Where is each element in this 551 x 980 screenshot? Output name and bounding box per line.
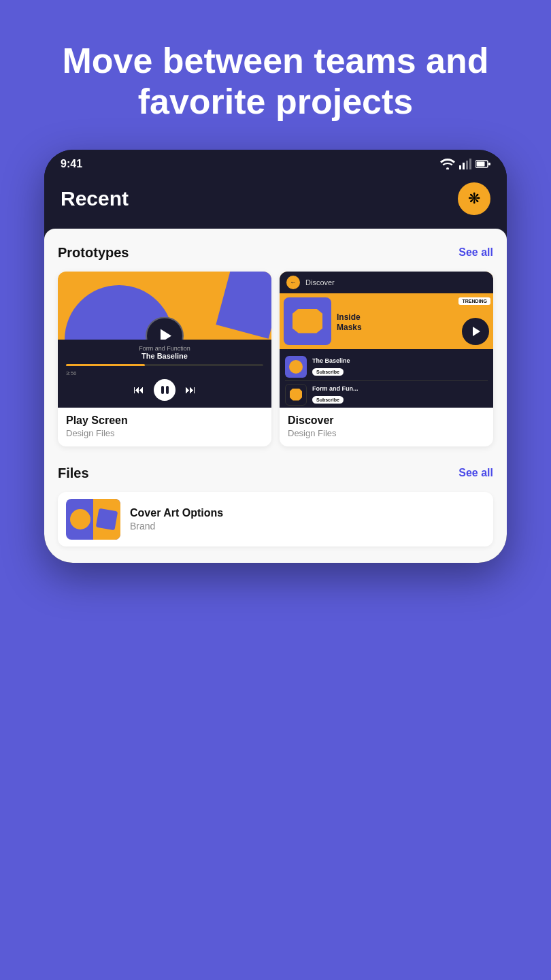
- files-section: Files See all Cover Art Options Brand: [58, 466, 493, 546]
- track-time: 3:56: [66, 370, 263, 376]
- progress-fill: [66, 364, 145, 366]
- discover-header: ← Discover: [280, 272, 493, 293]
- play-screen-bg: Form and Function The Baseline 3:56 ⏮: [58, 272, 271, 408]
- files-title: Files: [58, 466, 89, 481]
- play-shape-1: [216, 272, 271, 339]
- discover-art-shape: [293, 309, 322, 333]
- file-thumb-1: [66, 499, 120, 540]
- file-thumb-shape: [96, 508, 118, 529]
- avatar-emoji: ❋: [468, 190, 480, 208]
- discover-thumb-2-inner: [290, 389, 302, 401]
- discover-item-2-name: Form and Fun...: [312, 385, 488, 392]
- content-area: Prototypes See all: [44, 229, 507, 563]
- pause-bar-left: [161, 386, 164, 394]
- discover-title-area: TRENDING InsideMasks: [337, 310, 362, 332]
- status-time: 9:41: [61, 158, 82, 170]
- pause-button: [154, 379, 176, 401]
- file-type-1: Brand: [130, 521, 485, 532]
- discover-card-title: Discover: [288, 414, 485, 427]
- discover-art: [284, 297, 331, 345]
- files-section-header: Files See all: [58, 466, 493, 481]
- status-bar: 9:41: [44, 150, 507, 176]
- play-screen-card[interactable]: Form and Function The Baseline 3:56 ⏮: [58, 272, 271, 446]
- discover-bg: ← Discover TRENDING InsideMasks: [280, 272, 493, 408]
- trending-badge: TRENDING: [458, 297, 490, 305]
- svg-point-0: [446, 167, 449, 169]
- discover-card-sub: Design Files: [288, 428, 485, 438]
- discover-list-item-2: Form and Fun... Subscribe: [285, 381, 488, 408]
- app-header-title: Recent: [61, 187, 129, 210]
- discover-thumbnail: ← Discover TRENDING InsideMasks: [280, 272, 493, 408]
- discover-play-button: [462, 318, 489, 345]
- svg-rect-3: [466, 161, 468, 169]
- svg-rect-7: [488, 163, 490, 165]
- battery-icon: [475, 160, 490, 168]
- playback-controls: ⏮ ⏭: [66, 379, 263, 401]
- phone-mockup: 9:41 Recent: [44, 150, 507, 563]
- discover-footer: Discover Design Files: [280, 408, 493, 446]
- play-screen-title: Play Screen: [66, 414, 263, 427]
- svg-rect-1: [459, 165, 461, 169]
- discover-list-item-1: The Baseline Subscribe: [285, 353, 488, 381]
- discover-item-1-name: The Baseline: [312, 357, 488, 364]
- status-icons: [440, 159, 490, 169]
- discover-thumb-1: [285, 356, 307, 378]
- files-see-all[interactable]: See all: [458, 467, 493, 479]
- file-name-1: Cover Art Options: [130, 507, 485, 519]
- play-screen-thumbnail: Form and Function The Baseline 3:56 ⏮: [58, 272, 271, 408]
- signal-icon: [459, 159, 471, 169]
- track-title: The Baseline: [66, 352, 263, 360]
- track-subtitle: Form and Function: [66, 345, 263, 352]
- discover-thumb-2: [285, 384, 307, 406]
- prototypes-section: Prototypes See all: [58, 245, 493, 446]
- discover-item-1-info: The Baseline Subscribe: [312, 357, 488, 376]
- file-thumb-right-half: [93, 499, 120, 540]
- play-screen-footer: Play Screen Design Files: [58, 408, 271, 446]
- discover-header-title: Discover: [305, 278, 335, 287]
- prototypes-title: Prototypes: [58, 245, 129, 261]
- discover-back-icon: ←: [286, 276, 300, 289]
- subscribe-button-2[interactable]: Subscribe: [312, 396, 344, 404]
- file-item-1[interactable]: Cover Art Options Brand: [58, 492, 493, 546]
- discover-list: The Baseline Subscribe Form a: [280, 349, 493, 408]
- svg-rect-4: [469, 159, 471, 169]
- file-thumb-left-shape: [70, 509, 90, 529]
- discover-card[interactable]: ← Discover TRENDING InsideMasks: [280, 272, 493, 446]
- hero-section: Move between teams and favorite projects: [0, 0, 551, 150]
- play-screen-subtitle: Design Files: [66, 428, 263, 438]
- prototypes-see-all[interactable]: See all: [458, 246, 493, 259]
- prototypes-section-header: Prototypes See all: [58, 245, 493, 261]
- discover-item-2-info: Form and Fun... Subscribe: [312, 385, 488, 404]
- app-header: Recent ❋: [44, 176, 507, 229]
- pause-bar-right: [166, 386, 169, 394]
- rewind-icon: ⏮: [133, 384, 144, 396]
- svg-rect-2: [463, 163, 465, 169]
- discover-play-triangle: [473, 327, 480, 336]
- discover-hero: TRENDING InsideMasks: [280, 293, 493, 349]
- hero-title: Move between teams and favorite projects: [41, 41, 510, 122]
- wifi-icon: [440, 159, 455, 169]
- discover-thumb-1-inner: [289, 360, 303, 374]
- track-info: Form and Function The Baseline: [66, 345, 263, 360]
- disc-main-title: InsideMasks: [337, 312, 362, 332]
- subscribe-button-1[interactable]: Subscribe: [312, 368, 344, 376]
- fast-forward-icon: ⏭: [185, 384, 196, 396]
- proto-cards-row: Form and Function The Baseline 3:56 ⏮: [58, 272, 493, 446]
- progress-bar: [66, 364, 263, 366]
- svg-rect-6: [477, 161, 485, 166]
- file-info-1: Cover Art Options Brand: [130, 507, 485, 532]
- play-screen-bottom-bar: Form and Function The Baseline 3:56 ⏮: [58, 340, 271, 408]
- avatar[interactable]: ❋: [458, 182, 490, 215]
